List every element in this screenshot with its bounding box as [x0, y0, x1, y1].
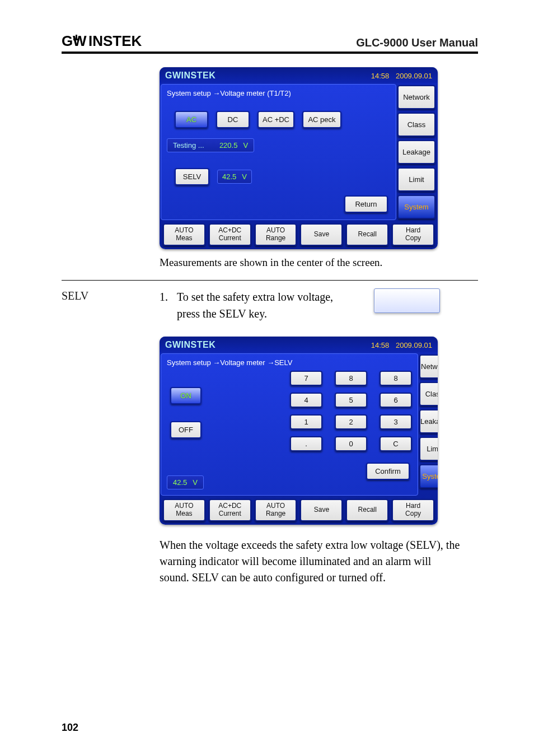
side-limit-button[interactable]: Limit [419, 437, 438, 461]
key-2[interactable]: 2 [335, 414, 367, 430]
selv-set-readout: 42.5 V [167, 475, 204, 489]
key-9[interactable]: 8 [380, 371, 412, 386]
bottom-autorange-button[interactable]: AUTORange [255, 223, 297, 246]
selv-set-unit: V [193, 478, 198, 487]
bottom-acdccurrent-button[interactable]: AC+DCCurrent [209, 223, 251, 246]
side-leakage-button[interactable]: Leakage [419, 409, 438, 433]
figure-caption: Measurements are shown in the center of … [160, 255, 478, 270]
mode-acpeck-button[interactable]: AC peck [302, 111, 341, 128]
svg-rect-3 [73, 39, 79, 40]
svg-text:G: G [62, 34, 73, 49]
body-paragraph: When the voltage exceeds the safety extr… [160, 537, 462, 586]
selv-unit: V [242, 172, 247, 181]
key-1[interactable]: 1 [290, 414, 322, 430]
svg-text:INSTEK: INSTEK [88, 34, 142, 49]
device-logo: GWINSTEK [165, 340, 216, 350]
side-network-button[interactable]: Network [419, 354, 438, 379]
selv-set-value: 42.5 [173, 478, 187, 487]
clock-time: 14:58 [371, 341, 390, 349]
device-logo: GWINSTEK [165, 71, 216, 81]
instruction-step: 1. To set the safety extra low voltage, … [160, 288, 478, 322]
selv-off-button[interactable]: OFF [170, 421, 202, 438]
breadcrumb: System setup →Voltage meter (T1/T2) [167, 89, 390, 97]
bottom-autorange-button[interactable]: AUTORange [255, 499, 297, 521]
clock-date: 2009.09.01 [396, 341, 432, 349]
side-class-button[interactable]: Class [419, 382, 438, 406]
bottom-hardcopy-button[interactable]: HardCopy [392, 223, 434, 246]
key-illustration [374, 288, 440, 313]
bottom-acdccurrent-button[interactable]: AC+DCCurrent [209, 499, 251, 521]
testing-readout: Testing ... 220.5 V [167, 138, 254, 152]
breadcrumb: System setup →Voltage meter →SELV [167, 358, 223, 367]
return-button[interactable]: Return [344, 195, 388, 213]
key-dot[interactable]: . [290, 436, 322, 451]
selv-value: 42.5 [222, 172, 236, 181]
key-4[interactable]: 4 [290, 393, 322, 408]
testing-unit: V [243, 141, 248, 150]
key-7[interactable]: 7 [290, 371, 322, 386]
mode-dc-button[interactable]: DC [216, 111, 250, 128]
testing-label: Testing ... [173, 141, 204, 150]
svg-text:W: W [73, 34, 87, 49]
key-clear[interactable]: C [380, 436, 412, 451]
key-8[interactable]: 8 [335, 371, 367, 386]
divider [62, 280, 478, 281]
device-titlebar: GWINSTEK 14:58 2009.09.01 [160, 67, 438, 83]
brand-logo: G W INSTEK [62, 34, 157, 49]
device-titlebar: GWINSTEK 14:58 2009.09.01 [160, 337, 438, 352]
numeric-keypad: 7 8 8 4 5 6 1 2 3 . 0 C [290, 371, 412, 451]
page-header: G W INSTEK GLC-9000 User Manual [62, 34, 478, 54]
key-0[interactable]: 0 [335, 436, 367, 451]
bottom-save-button[interactable]: Save [300, 499, 343, 521]
confirm-button[interactable]: Confirm [366, 463, 410, 480]
bottom-save-button[interactable]: Save [300, 223, 343, 246]
side-network-button[interactable]: Network [397, 85, 435, 109]
side-leakage-button[interactable]: Leakage [397, 140, 435, 164]
bottom-recall-button[interactable]: Recall [346, 499, 388, 521]
device-screen-voltmeter: GWINSTEK 14:58 2009.09.01 System setup →… [160, 67, 438, 249]
selv-on-button[interactable]: ON [170, 387, 202, 404]
bottom-automeas-button[interactable]: AUTOMeas [163, 223, 205, 246]
key-3[interactable]: 3 [380, 414, 412, 430]
side-class-button[interactable]: Class [397, 113, 435, 137]
page-number: 102 [62, 722, 78, 734]
key-6[interactable]: 6 [380, 393, 412, 408]
clock-time: 14:58 [371, 72, 390, 80]
selv-button[interactable]: SELV [175, 168, 209, 185]
bottom-automeas-button[interactable]: AUTOMeas [163, 499, 205, 521]
bottom-recall-button[interactable]: Recall [346, 223, 388, 246]
step-text: To set the safety extra low voltage, pre… [177, 288, 350, 322]
clock-date: 2009.09.01 [396, 72, 432, 80]
selv-readout: 42.5 V [217, 170, 252, 184]
testing-value: 220.5 [219, 141, 238, 150]
mode-acdc-button[interactable]: AC +DC [257, 111, 294, 128]
side-system-button[interactable]: System [419, 464, 438, 488]
side-system-button[interactable]: System [397, 195, 435, 219]
device-screen-selv: GWINSTEK 14:58 2009.09.01 System setup →… [160, 337, 438, 525]
key-5[interactable]: 5 [335, 393, 367, 408]
bottom-hardcopy-button[interactable]: HardCopy [392, 499, 434, 521]
mode-ac-button[interactable]: AC [175, 111, 208, 128]
section-heading: SELV [62, 288, 160, 322]
step-number: 1. [160, 288, 168, 305]
side-limit-button[interactable]: Limit [397, 167, 435, 192]
manual-title: GLC-9000 User Manual [356, 36, 478, 49]
